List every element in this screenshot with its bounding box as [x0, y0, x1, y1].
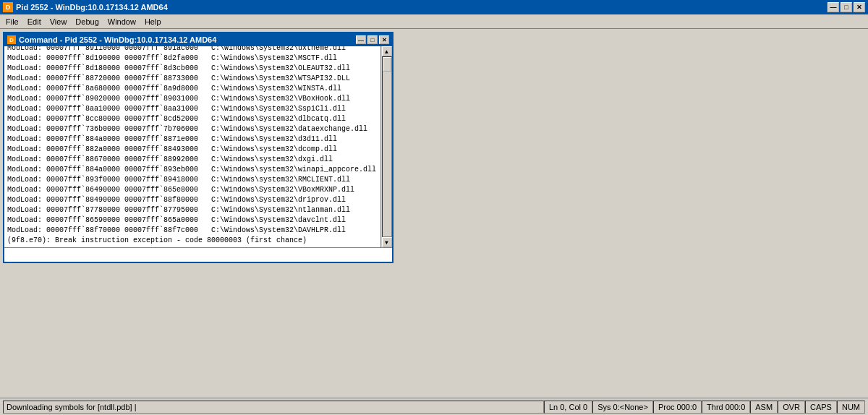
status-ovr: OVR	[778, 401, 805, 414]
menu-debug[interactable]: Debug	[71, 16, 103, 27]
menu-bar: File Edit View Debug Window Help	[0, 14, 868, 29]
scroll-down-button[interactable]: ▼	[382, 237, 392, 247]
menu-view[interactable]: View	[46, 16, 72, 27]
status-asm: ASM	[750, 401, 778, 414]
status-ln-col: Ln 0, Col 0	[544, 401, 592, 414]
status-proc: Proc 000:0	[653, 401, 702, 414]
command-minimize-button[interactable]: —	[356, 35, 366, 44]
scrollbar: ▲ ▼	[380, 46, 392, 247]
command-title-bar: D Command - Pid 2552 - WinDbg:10.0.17134…	[4, 33, 392, 46]
scroll-up-button[interactable]: ▲	[382, 46, 392, 56]
status-caps: CAPS	[805, 401, 837, 414]
menu-edit[interactable]: Edit	[23, 16, 46, 27]
command-maximize-button[interactable]: □	[367, 35, 378, 44]
maximize-button[interactable]: □	[841, 2, 852, 12]
command-input[interactable]	[6, 251, 391, 259]
status-num: NUM	[837, 401, 865, 414]
command-body: ModLoad: 00007fff`8d130000 00007fff`8d18…	[4, 46, 392, 247]
close-button[interactable]: ✕	[854, 2, 865, 12]
main-title: Pid 2552 - WinDbg:10.0.17134.12 AMD64	[16, 3, 168, 12]
command-close-button[interactable]: ✕	[379, 35, 389, 44]
scroll-track[interactable]	[382, 56, 392, 237]
status-main-text: Downloading symbols for [ntdll.pdb] |	[3, 401, 544, 414]
menu-file[interactable]: File	[1, 16, 23, 27]
scroll-thumb[interactable]	[383, 57, 391, 72]
command-input-row	[4, 247, 392, 262]
command-window-title: Command - Pid 2552 - WinDbg:10.0.17134.1…	[19, 35, 216, 44]
command-window-icon: D	[7, 35, 16, 44]
status-thrd: Thrd 000:0	[702, 401, 750, 414]
menu-help[interactable]: Help	[140, 16, 166, 27]
title-bar-buttons: — □ ✕	[827, 2, 865, 12]
menu-window[interactable]: Window	[103, 16, 140, 27]
status-bar: Downloading symbols for [ntdll.pdb] | Ln…	[0, 398, 868, 415]
command-log[interactable]: ModLoad: 00007fff`8d130000 00007fff`8d18…	[4, 46, 380, 247]
command-window: D Command - Pid 2552 - WinDbg:10.0.17134…	[3, 32, 393, 263]
status-sys: Sys 0:<None>	[592, 401, 653, 414]
app-icon: D	[3, 2, 13, 12]
main-title-bar: D Pid 2552 - WinDbg:10.0.17134.12 AMD64 …	[0, 0, 868, 14]
minimize-button[interactable]: —	[827, 2, 839, 12]
